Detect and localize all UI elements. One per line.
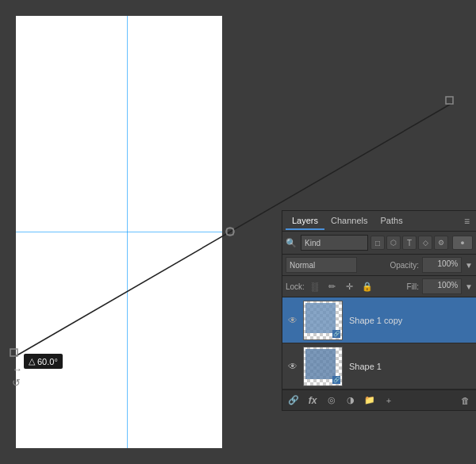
blend-row: Normal Opacity: 100% ▼ [282,255,476,276]
fx-btn[interactable]: fx [305,393,321,408]
layers-list: 👁 🔗 Shape 1 copy 👁 🔗 Shape 1 [282,297,476,389]
opacity-arrow[interactable]: ▼ [465,261,473,270]
layer-item-shape1[interactable]: 👁 🔗 Shape 1 [282,343,476,389]
panel-menu-icon[interactable]: ≡ [461,214,473,228]
layer-thumbnail-1: 🔗 [303,301,343,340]
filter-type-btn[interactable]: T [402,236,416,250]
filter-shape-btn[interactable]: ◇ [418,236,432,250]
new-group-btn[interactable]: 📁 [362,393,378,408]
layer-name-2: Shape 1 [349,362,473,371]
delete-layer-btn[interactable]: 🗑 [457,393,473,408]
transform-icons: ↔ ↺ [12,363,22,389]
opacity-label: Opacity: [390,261,419,270]
filter-adjustment-btn[interactable]: ⬡ [386,236,401,250]
new-fill-btn[interactable]: ◑ [343,393,359,408]
layer-thumbnail-2: 🔗 [303,347,343,386]
panel-tabs: Layers Channels Paths ≡ [282,211,476,232]
fill-value[interactable]: 100% [422,278,462,294]
angle-value: 60.0° [37,357,58,366]
transform-icon-2: ↺ [12,377,22,389]
layer-visibility-2[interactable]: 👁 [286,359,300,374]
link-layers-btn[interactable]: 🔗 [286,393,301,408]
add-mask-btn[interactable]: ◎ [324,393,340,408]
layers-panel: Layers Channels Paths ≡ 🔍 Kind □ ⬡ T ◇ ⚙… [282,210,476,411]
panel-bottom: 🔗 fx ◎ ◑ 📁 + 🗑 [282,389,476,410]
fill-label: Fill: [407,282,420,291]
canvas-area [16,16,262,448]
kind-select[interactable]: Kind [301,235,368,251]
layer-link-icon-2: 🔗 [332,376,340,384]
layer-visibility-1[interactable]: 👁 [286,313,300,328]
lock-row: Lock: ░ ✏ ✛ 🔒 Fill: 100% ▼ [282,276,476,297]
tab-channels[interactable]: Channels [324,213,374,230]
lock-label: Lock: [286,282,305,291]
filter-icons: □ ⬡ T ◇ ⚙ [370,236,448,250]
filter-toggle[interactable]: ● [452,236,473,250]
angle-tooltip: △ 60.0° [24,354,63,369]
layer-link-icon-1: 🔗 [332,330,340,338]
filter-pixel-btn[interactable]: □ [370,236,385,250]
lock-position-btn[interactable]: ✛ [343,279,357,293]
lock-all-btn[interactable]: 🔒 [360,279,374,293]
tab-paths[interactable]: Paths [374,213,409,230]
lock-image-btn[interactable]: ✏ [325,279,340,293]
new-layer-btn[interactable]: + [381,393,397,408]
blend-mode-select[interactable]: Normal [286,257,357,273]
angle-icon: △ [29,356,35,366]
opacity-value[interactable]: 100% [422,257,462,273]
search-icon: 🔍 [286,238,297,248]
svg-rect-3 [446,97,453,104]
filter-row: 🔍 Kind □ ⬡ T ◇ ⚙ ● [282,232,476,255]
transform-icon-1: ↔ [12,363,22,375]
fill-arrow[interactable]: ▼ [465,282,473,291]
layer-item-shape1copy[interactable]: 👁 🔗 Shape 1 copy [282,297,476,343]
lock-transparent-btn[interactable]: ░ [308,279,322,293]
white-canvas [16,16,222,448]
filter-smart-btn[interactable]: ⚙ [434,236,448,250]
guide-horizontal [16,232,222,232]
tab-layers[interactable]: Layers [286,213,324,230]
layer-name-1: Shape 1 copy [349,316,473,325]
